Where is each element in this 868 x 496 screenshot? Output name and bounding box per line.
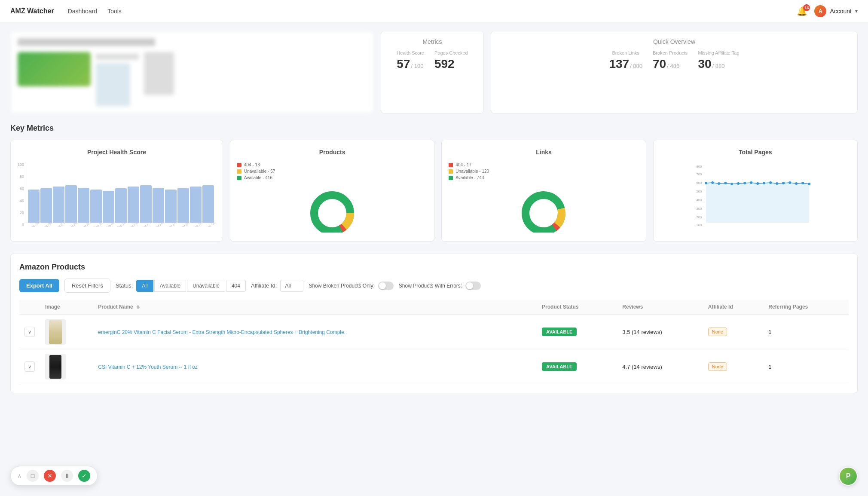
svg-point-30	[795, 182, 798, 185]
svg-point-28	[782, 182, 785, 184]
legend-item: 404 - 13	[237, 162, 427, 167]
col-image: Image	[40, 300, 93, 315]
status-badge: AVAILABLE	[542, 328, 577, 336]
row-expand-cell-2: ∨	[19, 349, 40, 384]
expand-button[interactable]: ∨	[24, 327, 35, 337]
table-row: ∨ CSI Vitamin C + 12% Youth Serum -- 1 f…	[19, 349, 849, 384]
filter-all-button[interactable]: All	[136, 280, 153, 292]
row-image-cell-2	[40, 349, 93, 384]
row-affiliate-cell: None	[703, 315, 763, 349]
x-label: Aug 29th	[67, 223, 79, 227]
notifications-button[interactable]: 🔔 13	[797, 6, 807, 16]
row-reviews-cell: 3.5 (14 reviews)	[617, 315, 703, 349]
broken-products-item: Broken Products 70 / 486	[653, 50, 688, 71]
legend-dot	[237, 163, 241, 167]
bar	[128, 187, 139, 223]
chart-area: Aug 20thAug 25thAug 27thAug 29thAug 31st…	[26, 162, 216, 227]
x-label: Aug 25th	[42, 223, 54, 227]
legend-item: Available - 416	[237, 175, 427, 180]
links-legend: 404 - 17Unavailable - 120Available - 743	[449, 162, 639, 180]
product-link-2[interactable]: CSI Vitamin C + 12% Youth Serum -- 1 fl …	[98, 364, 198, 370]
legend-label: Unavailable - 57	[244, 169, 275, 174]
svg-point-3	[318, 199, 346, 227]
bar	[28, 190, 40, 223]
products-table-wrap: Image Product Name ⇅ Product Status Revi…	[19, 300, 849, 384]
nav-links: Dashboard Tools	[68, 8, 122, 15]
x-label: Sep 10th	[128, 223, 140, 227]
expand-button-2[interactable]: ∨	[24, 361, 35, 372]
svg-point-29	[789, 181, 791, 184]
products-table: Image Product Name ⇅ Product Status Revi…	[19, 300, 849, 384]
navbar-right: 🔔 13 A Account ▾	[797, 5, 858, 17]
svg-point-20	[730, 183, 733, 185]
x-label: Sep 21st	[192, 223, 204, 227]
filter-available-button[interactable]: Available	[154, 280, 186, 292]
table-header: Image Product Name ⇅ Product Status Revi…	[19, 300, 849, 315]
bar	[202, 185, 214, 223]
nav-dashboard[interactable]: Dashboard	[68, 8, 98, 15]
products-toolbar: Export All Reset Filters Status: All Ava…	[19, 279, 849, 293]
amazon-products-title: Amazon Products	[19, 263, 849, 272]
nav-tools[interactable]: Tools	[107, 8, 122, 15]
show-broken-toggle[interactable]	[378, 282, 394, 290]
svg-text:400: 400	[696, 198, 702, 202]
links-donut-svg	[513, 185, 574, 233]
affiliate-filter-group: Affiliate Id: All	[251, 280, 303, 292]
col-product-name: Product Name ⇅	[93, 300, 537, 315]
table-row: ∨ emerginC 20% Vitamin C Facial Serum - …	[19, 315, 849, 349]
svg-point-25	[763, 182, 765, 184]
bar	[40, 188, 52, 223]
bar	[115, 188, 127, 223]
pages-checked-value: 592	[434, 57, 468, 71]
pages-checked-item: Pages Checked 592	[434, 50, 468, 71]
broken-links-value: 137 / 880	[609, 57, 642, 71]
status-badge-2: AVAILABLE	[542, 362, 577, 371]
metrics-title: Metrics	[390, 38, 475, 45]
avatar: A	[814, 5, 826, 17]
broken-links-label: Broken Links	[609, 50, 642, 55]
key-metrics-title: Key Metrics	[10, 124, 858, 133]
row-name-cell: emerginC 20% Vitamin C Facial Serum - Ex…	[93, 315, 537, 349]
reset-filters-button[interactable]: Reset Filters	[64, 279, 110, 293]
brand-logo[interactable]: AMZ Watcher	[10, 7, 54, 15]
account-button[interactable]: A Account ▾	[814, 5, 858, 17]
metrics-card: Metrics Health Score 57 / 100 Pages Chec…	[381, 31, 484, 113]
toggle-knob-2	[466, 282, 473, 289]
export-all-button[interactable]: Export All	[19, 279, 59, 292]
x-label: Sep 12th	[141, 223, 153, 227]
affiliate-select[interactable]: All	[280, 280, 303, 292]
products-donut: 404 - 13Unavailable - 57Available - 416	[237, 162, 427, 233]
affiliate-filter-label: Affiliate Id:	[251, 282, 277, 289]
missing-affiliate-label: Missing Affiliate Tag	[698, 50, 739, 55]
affiliate-badge: None	[708, 328, 727, 336]
show-errors-label: Show Products With Errors:	[399, 283, 462, 289]
col-reviews: Reviews	[617, 300, 703, 315]
legend-label: 404 - 17	[455, 162, 471, 167]
svg-point-18	[718, 182, 720, 185]
svg-point-26	[769, 181, 772, 184]
filter-404-button[interactable]: 404	[226, 280, 246, 292]
chevron-down-icon: ▾	[855, 8, 858, 14]
show-errors-toggle[interactable]	[465, 282, 481, 290]
bar	[140, 185, 152, 223]
main-content: Metrics Health Score 57 / 100 Pages Chec…	[0, 22, 868, 402]
filter-unavailable-button[interactable]: Unavailable	[187, 280, 225, 292]
missing-affiliate-value: 30 / 880	[698, 57, 739, 71]
col-affiliate-id: Affiliate Id	[703, 300, 763, 315]
svg-text:800: 800	[696, 165, 702, 168]
product-link[interactable]: emerginC 20% Vitamin C Facial Serum - Ex…	[98, 329, 347, 335]
x-label: Sep 2nd	[93, 223, 104, 227]
row-affiliate-cell-2: None	[703, 349, 763, 384]
legend-dot	[449, 169, 453, 174]
row-referring-cell-2: 1	[763, 349, 849, 384]
svg-text:600: 600	[696, 181, 702, 185]
products-donut-svg	[302, 185, 362, 233]
bar	[103, 191, 114, 223]
status-filter-buttons: All Available Unavailable 404	[136, 280, 246, 292]
bar	[65, 185, 77, 223]
bar	[177, 188, 189, 223]
x-label: Sep 19th	[179, 223, 191, 227]
bar	[190, 187, 202, 223]
product-img-inner	[49, 320, 62, 344]
y-axis: 100 80 60 40 20 0	[18, 162, 26, 227]
